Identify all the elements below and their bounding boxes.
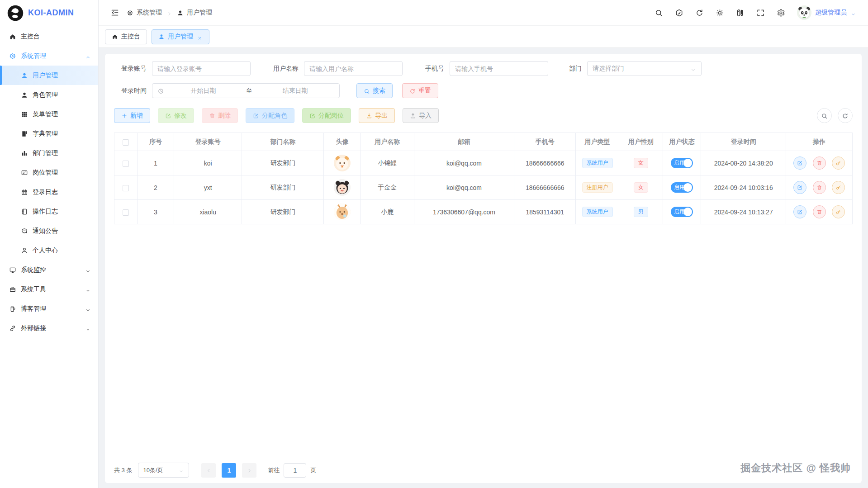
- toolbar-button-分配角色[interactable]: 分配角色: [246, 108, 294, 123]
- toolbar-button-导入[interactable]: 导入: [403, 108, 439, 123]
- edit-row-button[interactable]: [793, 156, 806, 170]
- user-avatar[interactable]: [334, 155, 351, 171]
- document-edit-icon: [675, 9, 683, 17]
- cell-name: 小鹿: [361, 200, 414, 224]
- delete-row-button[interactable]: [813, 156, 826, 170]
- editsq-icon: [797, 160, 803, 166]
- refresh-icon: [695, 9, 704, 17]
- sidebar-item-部门管理[interactable]: 部门管理: [0, 143, 98, 163]
- sidebar-item-个人中心[interactable]: 个人中心: [0, 241, 98, 260]
- app-logo[interactable]: KOI-ADMIN: [0, 0, 98, 26]
- goto-page-input[interactable]: [284, 463, 306, 478]
- table-search-toggle-button[interactable]: [817, 108, 832, 123]
- edit-row-button[interactable]: [793, 205, 806, 218]
- search-button[interactable]: [655, 9, 663, 17]
- toolbar-button-修改[interactable]: 修改: [158, 108, 194, 123]
- cell-avatar: [324, 175, 361, 200]
- close-icon[interactable]: [197, 34, 203, 39]
- user-avatar[interactable]: [334, 204, 351, 220]
- status-toggle[interactable]: 启用: [671, 158, 693, 168]
- sidebar-collapse-icon[interactable]: [110, 8, 119, 17]
- user-icon: [158, 33, 165, 40]
- sun-button[interactable]: [716, 9, 724, 17]
- sidebar-item-角色管理[interactable]: 角色管理: [0, 85, 98, 104]
- status-toggle[interactable]: 启用: [671, 182, 693, 193]
- sidebar-item-博客管理[interactable]: 博客管理: [0, 299, 98, 318]
- page-size-select[interactable]: 10条/页: [138, 463, 189, 478]
- sidebar-item-通知公告[interactable]: 通知公告: [0, 221, 98, 241]
- date-range-picker[interactable]: 开始日期 至 结束日期: [152, 83, 340, 98]
- select-all-checkbox[interactable]: [123, 139, 129, 146]
- grid-icon: [21, 111, 28, 118]
- user-menu[interactable]: 超级管理员: [797, 5, 856, 20]
- toolbar-button-导出[interactable]: 导出: [359, 108, 395, 123]
- reset-password-button[interactable]: [832, 156, 845, 170]
- column-header: 部门名称: [242, 133, 324, 151]
- document-edit-button[interactable]: [675, 9, 683, 17]
- fullscreen-button[interactable]: [756, 9, 765, 17]
- refresh-button[interactable]: [695, 9, 704, 17]
- sidebar-item-菜单管理[interactable]: 菜单管理: [0, 104, 98, 124]
- status-toggle[interactable]: 启用: [671, 207, 693, 217]
- cell-phone: 18666666666: [514, 151, 575, 175]
- cell-phone: 18666666666: [514, 175, 575, 200]
- row-checkbox[interactable]: [123, 209, 129, 216]
- user-table-wrap: 序号登录账号部门名称头像用户名称邮箱手机号用户类型用户性别用户状态登录时间操作 …: [114, 133, 853, 224]
- sidebar-item-系统工具[interactable]: 系统工具: [0, 280, 98, 299]
- row-select-cell: [114, 151, 138, 175]
- fullscreen-icon: [756, 9, 765, 17]
- current-page-button[interactable]: 1: [222, 463, 236, 478]
- sidebar-item-label: 菜单管理: [33, 110, 58, 118]
- toolbar-button-label: 删除: [218, 112, 231, 120]
- tab-用户管理[interactable]: 用户管理: [152, 29, 209, 44]
- delete-row-button[interactable]: [813, 205, 826, 218]
- gender-tag: 女: [634, 182, 648, 193]
- table-refresh-button[interactable]: [838, 108, 853, 123]
- main-area: 系统管理 用户管理 超级管理员 主控台用户管理 登录账号: [99, 0, 868, 488]
- breadcrumb-item-system[interactable]: 系统管理: [127, 9, 162, 17]
- trash-icon: [816, 185, 822, 190]
- row-checkbox[interactable]: [123, 185, 129, 191]
- login-account-input[interactable]: [152, 61, 251, 76]
- edit-row-button[interactable]: [793, 181, 806, 194]
- tab-主控台[interactable]: 主控台: [105, 29, 147, 44]
- sidebar-item-字典管理[interactable]: 字典管理: [0, 124, 98, 143]
- layout-switch-button[interactable]: [736, 9, 745, 17]
- cell-email: koi@qq.com: [414, 175, 514, 200]
- prev-page-button[interactable]: [201, 463, 216, 478]
- toolbar-button-新增[interactable]: 新增: [114, 108, 150, 123]
- user-icon: [177, 9, 184, 17]
- sidebar-item-系统监控[interactable]: 系统监控: [0, 260, 98, 280]
- cell-actions: [786, 200, 853, 224]
- sidebar-item-岗位管理[interactable]: 岗位管理: [0, 163, 98, 182]
- sidebar-item-登录日志[interactable]: 登录日志: [0, 182, 98, 202]
- reset-password-button[interactable]: [832, 181, 845, 194]
- gear-icon: [9, 52, 16, 60]
- sidebar-item-用户管理[interactable]: 用户管理: [0, 66, 98, 85]
- deer-avatar: [334, 204, 351, 220]
- reset-password-button[interactable]: [832, 205, 845, 218]
- next-page-button[interactable]: [242, 463, 256, 478]
- chevdown-icon: [179, 469, 184, 474]
- phone-input[interactable]: [450, 61, 548, 76]
- toolbar-button-删除[interactable]: 删除: [202, 108, 238, 123]
- sidebar-item-外部链接[interactable]: 外部链接: [0, 318, 98, 338]
- delete-row-button[interactable]: [813, 181, 826, 194]
- sidebar-item-主控台[interactable]: 主控台: [0, 27, 98, 46]
- department-select[interactable]: 请选择部门: [587, 61, 702, 76]
- filter-label: 登录账号: [114, 65, 152, 73]
- search-button[interactable]: 搜索: [356, 83, 393, 98]
- column-header: 用户性别: [619, 133, 663, 151]
- topbar-actions: 超级管理员: [655, 5, 856, 20]
- toolbar-button-分配岗位[interactable]: 分配岗位: [302, 108, 351, 123]
- user-name-input[interactable]: [304, 61, 403, 76]
- chevdown-icon: [85, 307, 91, 313]
- refresh-icon: [842, 113, 849, 119]
- reset-button[interactable]: 重置: [402, 83, 438, 98]
- user-avatar[interactable]: [334, 179, 351, 196]
- row-checkbox[interactable]: [123, 161, 129, 167]
- sidebar-item-操作日志[interactable]: 操作日志: [0, 202, 98, 221]
- breadcrumb-item-users[interactable]: 用户管理: [177, 9, 212, 17]
- settings-button[interactable]: [777, 9, 785, 17]
- sidebar-item-系统管理[interactable]: 系统管理: [0, 46, 98, 66]
